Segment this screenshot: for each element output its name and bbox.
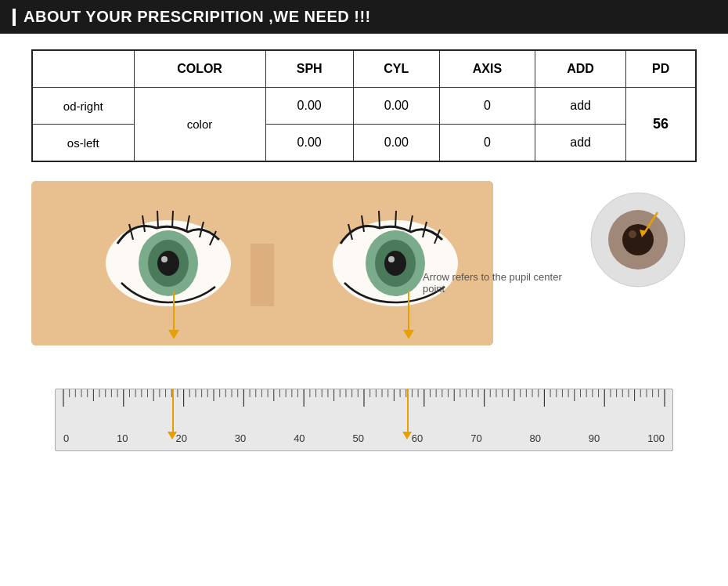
eye-ruler-container: Arrow refers to the pupil center point /… bbox=[31, 181, 705, 451]
ruler-num-90: 90 bbox=[589, 432, 600, 444]
table-row: os-left 0.00 0.00 0 add bbox=[32, 125, 696, 162]
header-title: ABOUT YOUR PRESCRIPITION ,WE NEED !!! bbox=[23, 8, 371, 26]
header: ABOUT YOUR PRESCRIPITION ,WE NEED !!! bbox=[0, 0, 728, 34]
os-axis: 0 bbox=[439, 125, 535, 162]
col-cyl: CYL bbox=[353, 50, 439, 88]
svg-point-29 bbox=[629, 230, 636, 238]
col-color: COLOR bbox=[134, 50, 265, 88]
col-pd: PD bbox=[626, 50, 696, 88]
eye-image-section: Arrow refers to the pupil center point /… bbox=[0, 170, 728, 459]
ruler-num-30: 30 bbox=[235, 432, 246, 444]
eye-diagram bbox=[587, 189, 689, 291]
ruler-arrow-line-left bbox=[172, 389, 174, 432]
eye-diagram-svg bbox=[587, 189, 689, 291]
svg-point-5 bbox=[161, 256, 168, 262]
col-axis: AXIS bbox=[439, 50, 535, 88]
col-sph: SPH bbox=[265, 50, 353, 88]
svg-rect-25 bbox=[250, 244, 274, 306]
ruler-num-60: 60 bbox=[412, 432, 423, 444]
arrow-line-right bbox=[408, 291, 409, 330]
ruler-box: /* ticks drawn below */ bbox=[55, 389, 673, 451]
od-sph: 0.00 bbox=[265, 88, 353, 125]
prescription-table-section: COLOR SPH CYL AXIS ADD PD od-right color… bbox=[0, 34, 728, 170]
svg-point-4 bbox=[157, 251, 179, 276]
ruler-arrow-line-right bbox=[407, 389, 409, 432]
ruler-num-40: 40 bbox=[294, 432, 305, 444]
ruler-num-0: 0 bbox=[63, 432, 69, 444]
svg-point-16 bbox=[384, 251, 406, 276]
svg-line-8 bbox=[157, 211, 158, 228]
col-add: ADD bbox=[535, 50, 626, 88]
ruler-arrow-left bbox=[168, 389, 177, 440]
svg-line-21 bbox=[395, 211, 396, 228]
eye-diagram-label: Arrow refers to the pupil center point bbox=[423, 271, 579, 295]
color-cell: color bbox=[134, 88, 265, 162]
os-label: os-left bbox=[32, 125, 134, 162]
od-cyl: 0.00 bbox=[353, 88, 439, 125]
eye-diagram-label-text: Arrow refers to the pupil center point bbox=[423, 271, 562, 295]
header-bar bbox=[13, 9, 16, 26]
ruler-arrow-head-left bbox=[168, 432, 177, 440]
od-add: add bbox=[535, 88, 626, 125]
svg-point-17 bbox=[388, 256, 395, 262]
ruler-num-50: 50 bbox=[352, 432, 363, 444]
ruler-section: /* ticks drawn below */ bbox=[31, 389, 705, 451]
os-add: add bbox=[535, 125, 626, 162]
arrow-line-left bbox=[173, 291, 175, 330]
arrow-head-right bbox=[403, 330, 414, 339]
ruler-num-100: 100 bbox=[647, 432, 665, 444]
eye-illustration bbox=[31, 181, 493, 345]
arrow-right-eye bbox=[403, 291, 414, 339]
od-axis: 0 bbox=[439, 88, 535, 125]
arrow-head-left bbox=[168, 330, 179, 339]
ruler-box-outer: /* ticks drawn below */ bbox=[55, 389, 673, 451]
ruler-num-70: 70 bbox=[470, 432, 481, 444]
ruler-ticks-svg: /* ticks drawn below */ bbox=[56, 389, 672, 419]
pd-cell: 56 bbox=[626, 88, 696, 162]
table-row: od-right color 0.00 0.00 0 add 56 bbox=[32, 88, 696, 125]
svg-line-9 bbox=[172, 211, 173, 228]
col-empty bbox=[32, 50, 134, 88]
svg-line-20 bbox=[379, 211, 380, 228]
od-label: od-right bbox=[32, 88, 134, 125]
os-cyl: 0.00 bbox=[353, 125, 439, 162]
ruler-num-20: 20 bbox=[175, 432, 186, 444]
ruler-num-80: 80 bbox=[530, 432, 541, 444]
svg-point-28 bbox=[622, 224, 654, 255]
ruler-arrow-head-right bbox=[402, 432, 412, 440]
ruler-numbers: 0 10 20 30 40 50 60 70 80 90 100 bbox=[63, 432, 665, 444]
ruler-arrow-right bbox=[403, 389, 412, 440]
prescription-table: COLOR SPH CYL AXIS ADD PD od-right color… bbox=[31, 49, 697, 162]
eye-photo bbox=[31, 181, 493, 345]
arrow-left-eye bbox=[168, 291, 179, 339]
os-sph: 0.00 bbox=[265, 125, 353, 162]
ruler-num-10: 10 bbox=[117, 432, 128, 444]
